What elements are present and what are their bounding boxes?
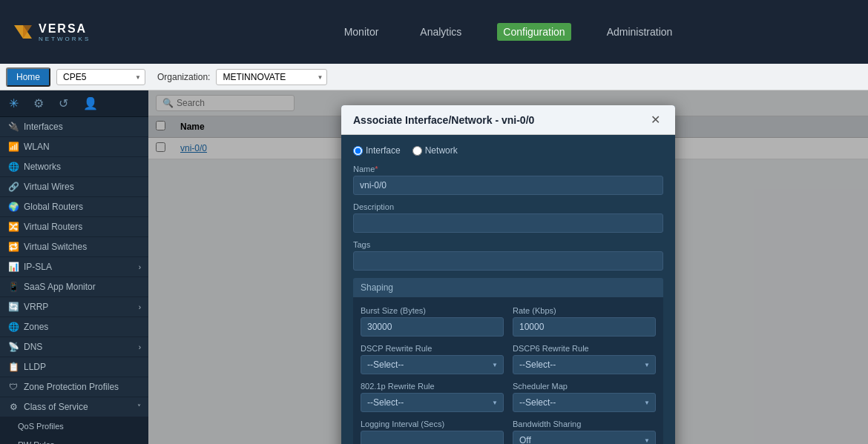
dns-icon: 📡 [7, 342, 19, 352]
sidebar-icon-star[interactable]: ✳ [6, 95, 22, 112]
name-input[interactable] [353, 176, 663, 195]
scheduler-select-wrap: --Select-- [513, 393, 656, 412]
modal: Associate Interface/Network - vni-0/0 ✕ … [341, 105, 675, 444]
sidebar-item-label: Zones [24, 322, 48, 332]
description-input[interactable] [353, 213, 663, 233]
sidebar-item-rw-rules[interactable]: RW Rules [0, 436, 148, 444]
sidebar-item-label: LLDP [24, 362, 46, 372]
virtual-wires-icon: 🔗 [7, 182, 19, 192]
radio-network[interactable]: Network [412, 145, 458, 156]
modal-body: Interface Network Name* [341, 135, 675, 444]
sidebar-item-cos[interactable]: ⚙ Class of Service ˅ [0, 397, 148, 417]
cos-icon: ⚙ [7, 402, 19, 412]
bandwidth-select[interactable]: Off [513, 431, 656, 444]
modal-close-button[interactable]: ✕ [648, 113, 663, 127]
scheduler-select[interactable]: --Select-- [513, 393, 656, 412]
shaping-row2: DSCP Rewrite Rule --Select-- DSCP6 Rewri… [361, 344, 656, 382]
form-group-name: Name* [353, 165, 663, 195]
burst-size-input[interactable] [361, 317, 504, 337]
burst-size-label: Burst Size (Bytes) [361, 306, 504, 315]
description-label: Description [353, 202, 663, 211]
nav-links: Monitor Analytics Configuration Administ… [148, 23, 868, 41]
dscp6-label: DSCP6 Rewrite Rule [513, 344, 656, 353]
bandwidth-label: Bandwidth Sharing [513, 420, 656, 428]
sidebar-item-label: VRRP [24, 302, 48, 312]
org-select-wrapper: METINNOVATE [216, 69, 327, 85]
scheduler-label: Scheduler Map [513, 382, 656, 391]
dot1p-label: 802.1p Rewrite Rule [361, 382, 504, 391]
sidebar-item-vrrp[interactable]: 🔄 VRRP › [0, 297, 148, 317]
global-routers-icon: 🌍 [7, 202, 19, 212]
shaping-header[interactable]: Shaping [353, 278, 663, 297]
sidebar-item-label: Virtual Switches [24, 242, 87, 252]
sidebar-item-label: DNS [24, 342, 42, 352]
sidebar-item-label: Virtual Routers [24, 222, 82, 232]
rate-label: Rate (Kbps) [513, 306, 656, 315]
radio-interface-input[interactable] [353, 146, 363, 156]
versa-icon [12, 21, 34, 43]
main-layout: ✳ ⚙ ↺ 👤 🔌 Interfaces 📶 WLAN 🌐 Networks 🔗… [0, 90, 868, 444]
interfaces-icon: 🔌 [7, 122, 19, 132]
nav-configuration[interactable]: Configuration [497, 23, 571, 41]
content-area: 🔍 Name Burst Size (Bytes) vni-0/0 [148, 90, 868, 444]
sidebar-item-qos-profiles[interactable]: QoS Profiles [0, 417, 148, 436]
sidebar-item-saas[interactable]: 📱 SaaS App Monitor [0, 277, 148, 297]
sidebar-sub-cos: QoS Profiles RW Rules QoS Policies App Q… [0, 417, 148, 444]
cos-arrow: ˅ [137, 403, 141, 411]
org-label: Organization: [157, 72, 210, 82]
sidebar-item-lldp[interactable]: 📋 LLDP [0, 357, 148, 377]
logo-area: VERSA NETWORKS [0, 0, 148, 64]
sidebar-icons: ✳ ⚙ ↺ 👤 [0, 90, 148, 117]
sidebar-item-label: Networks [24, 162, 61, 172]
sidebar-item-wlan[interactable]: 📶 WLAN [0, 137, 148, 157]
org-select[interactable]: METINNOVATE [216, 69, 327, 85]
sidebar-icon-user[interactable]: 👤 [80, 95, 101, 112]
device-select[interactable]: CPE5 [56, 69, 145, 85]
device-select-wrapper: CPE5 [56, 69, 145, 85]
sidebar-item-zones[interactable]: 🌐 Zones [0, 317, 148, 337]
home-button[interactable]: Home [6, 67, 50, 87]
nav-administration[interactable]: Administration [601, 23, 679, 41]
form-group-dscp6: DSCP6 Rewrite Rule --Select-- [513, 344, 656, 374]
sidebar-item-label: Class of Service [24, 402, 88, 412]
dot1p-select-wrap: --Select-- [361, 393, 504, 412]
nav-monitor[interactable]: Monitor [338, 23, 385, 41]
sidebar-item-label: Global Routers [24, 202, 83, 212]
form-group-burst: Burst Size (Bytes) [361, 306, 504, 337]
radio-network-label: Network [425, 145, 458, 156]
radio-interface[interactable]: Interface [353, 145, 401, 156]
form-group-tags: Tags [353, 240, 663, 271]
sidebar-item-virtual-switches[interactable]: 🔁 Virtual Switches [0, 237, 148, 257]
form-group-scheduler: Scheduler Map --Select-- [513, 382, 656, 412]
logging-label: Logging Interval (Secs) [361, 420, 504, 428]
sidebar-item-label: Zone Protection Profiles [24, 382, 119, 392]
ip-sla-icon: 📊 [7, 262, 19, 272]
dscp-select[interactable]: --Select-- [361, 355, 504, 374]
brand-sub: NETWORKS [39, 36, 91, 42]
sidebar-item-label: Virtual Wires [24, 182, 74, 192]
nav-analytics[interactable]: Analytics [414, 23, 467, 41]
zone-protection-icon: 🛡 [7, 382, 19, 392]
form-group-dscp: DSCP Rewrite Rule --Select-- [361, 344, 504, 374]
dot1p-select[interactable]: --Select-- [361, 393, 504, 412]
logging-input[interactable] [361, 431, 504, 444]
sidebar-item-zone-protection[interactable]: 🛡 Zone Protection Profiles [0, 377, 148, 397]
tags-input[interactable] [353, 251, 663, 271]
sidebar-item-virtual-routers[interactable]: 🔀 Virtual Routers [0, 217, 148, 237]
form-group-rate: Rate (Kbps) [513, 306, 656, 337]
rate-input[interactable] [513, 317, 656, 337]
sidebar-item-virtual-wires[interactable]: 🔗 Virtual Wires [0, 177, 148, 197]
sidebar-item-interfaces[interactable]: 🔌 Interfaces [0, 117, 148, 137]
sidebar-item-ip-sla[interactable]: 📊 IP-SLA › [0, 257, 148, 277]
sidebar-item-dns[interactable]: 📡 DNS › [0, 337, 148, 357]
radio-network-input[interactable] [412, 146, 422, 156]
zones-icon: 🌐 [7, 322, 19, 332]
radio-group: Interface Network [353, 145, 663, 156]
dscp6-select[interactable]: --Select-- [513, 355, 656, 374]
saas-icon: 📱 [7, 282, 19, 292]
sidebar-icon-refresh[interactable]: ↺ [56, 95, 71, 112]
sidebar-icon-gear[interactable]: ⚙ [30, 95, 47, 112]
sidebar-item-global-routers[interactable]: 🌍 Global Routers [0, 197, 148, 217]
sidebar-item-networks[interactable]: 🌐 Networks [0, 157, 148, 177]
form-group-dot1p: 802.1p Rewrite Rule --Select-- [361, 382, 504, 412]
